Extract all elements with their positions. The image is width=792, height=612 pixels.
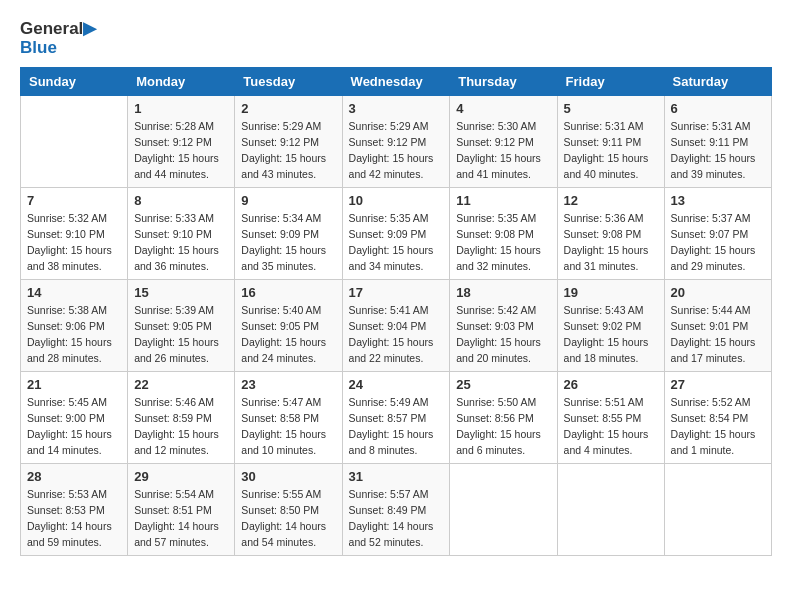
day-number: 22 — [134, 377, 228, 392]
calendar-week-row: 1Sunrise: 5:28 AMSunset: 9:12 PMDaylight… — [21, 96, 772, 188]
day-info: Sunrise: 5:41 AMSunset: 9:04 PMDaylight:… — [349, 303, 444, 366]
day-info: Sunrise: 5:29 AMSunset: 9:12 PMDaylight:… — [349, 119, 444, 182]
day-number: 12 — [564, 193, 658, 208]
calendar-cell: 9Sunrise: 5:34 AMSunset: 9:09 PMDaylight… — [235, 188, 342, 280]
day-number: 1 — [134, 101, 228, 116]
day-info: Sunrise: 5:38 AMSunset: 9:06 PMDaylight:… — [27, 303, 121, 366]
day-number: 26 — [564, 377, 658, 392]
header-friday: Friday — [557, 68, 664, 96]
logo-general-text: General▶ — [20, 20, 96, 39]
day-info: Sunrise: 5:39 AMSunset: 9:05 PMDaylight:… — [134, 303, 228, 366]
day-info: Sunrise: 5:57 AMSunset: 8:49 PMDaylight:… — [349, 487, 444, 550]
day-info: Sunrise: 5:53 AMSunset: 8:53 PMDaylight:… — [27, 487, 121, 550]
day-number: 5 — [564, 101, 658, 116]
day-info: Sunrise: 5:32 AMSunset: 9:10 PMDaylight:… — [27, 211, 121, 274]
day-info: Sunrise: 5:29 AMSunset: 9:12 PMDaylight:… — [241, 119, 335, 182]
day-info: Sunrise: 5:34 AMSunset: 9:09 PMDaylight:… — [241, 211, 335, 274]
day-info: Sunrise: 5:49 AMSunset: 8:57 PMDaylight:… — [349, 395, 444, 458]
day-number: 13 — [671, 193, 765, 208]
calendar-cell: 27Sunrise: 5:52 AMSunset: 8:54 PMDayligh… — [664, 372, 771, 464]
calendar-cell: 1Sunrise: 5:28 AMSunset: 9:12 PMDaylight… — [128, 96, 235, 188]
day-number: 14 — [27, 285, 121, 300]
calendar-cell: 18Sunrise: 5:42 AMSunset: 9:03 PMDayligh… — [450, 280, 557, 372]
day-number: 4 — [456, 101, 550, 116]
calendar-cell: 15Sunrise: 5:39 AMSunset: 9:05 PMDayligh… — [128, 280, 235, 372]
calendar-cell: 17Sunrise: 5:41 AMSunset: 9:04 PMDayligh… — [342, 280, 450, 372]
calendar-week-row: 7Sunrise: 5:32 AMSunset: 9:10 PMDaylight… — [21, 188, 772, 280]
calendar-cell — [557, 464, 664, 556]
day-number: 11 — [456, 193, 550, 208]
day-info: Sunrise: 5:42 AMSunset: 9:03 PMDaylight:… — [456, 303, 550, 366]
header-tuesday: Tuesday — [235, 68, 342, 96]
logo: General▶ Blue — [20, 20, 96, 57]
day-number: 31 — [349, 469, 444, 484]
calendar-cell: 2Sunrise: 5:29 AMSunset: 9:12 PMDaylight… — [235, 96, 342, 188]
calendar-week-row: 21Sunrise: 5:45 AMSunset: 9:00 PMDayligh… — [21, 372, 772, 464]
calendar-cell: 23Sunrise: 5:47 AMSunset: 8:58 PMDayligh… — [235, 372, 342, 464]
header: General▶ Blue — [20, 20, 772, 57]
calendar-table: SundayMondayTuesdayWednesdayThursdayFrid… — [20, 67, 772, 556]
day-number: 24 — [349, 377, 444, 392]
header-sunday: Sunday — [21, 68, 128, 96]
calendar-cell: 14Sunrise: 5:38 AMSunset: 9:06 PMDayligh… — [21, 280, 128, 372]
calendar-cell: 24Sunrise: 5:49 AMSunset: 8:57 PMDayligh… — [342, 372, 450, 464]
day-info: Sunrise: 5:50 AMSunset: 8:56 PMDaylight:… — [456, 395, 550, 458]
day-info: Sunrise: 5:36 AMSunset: 9:08 PMDaylight:… — [564, 211, 658, 274]
calendar-cell: 12Sunrise: 5:36 AMSunset: 9:08 PMDayligh… — [557, 188, 664, 280]
day-info: Sunrise: 5:44 AMSunset: 9:01 PMDaylight:… — [671, 303, 765, 366]
calendar-cell: 10Sunrise: 5:35 AMSunset: 9:09 PMDayligh… — [342, 188, 450, 280]
day-number: 17 — [349, 285, 444, 300]
calendar-cell — [450, 464, 557, 556]
day-number: 27 — [671, 377, 765, 392]
calendar-cell: 16Sunrise: 5:40 AMSunset: 9:05 PMDayligh… — [235, 280, 342, 372]
day-info: Sunrise: 5:43 AMSunset: 9:02 PMDaylight:… — [564, 303, 658, 366]
calendar-cell — [21, 96, 128, 188]
day-number: 23 — [241, 377, 335, 392]
day-number: 28 — [27, 469, 121, 484]
day-info: Sunrise: 5:37 AMSunset: 9:07 PMDaylight:… — [671, 211, 765, 274]
calendar-cell: 29Sunrise: 5:54 AMSunset: 8:51 PMDayligh… — [128, 464, 235, 556]
calendar-week-row: 14Sunrise: 5:38 AMSunset: 9:06 PMDayligh… — [21, 280, 772, 372]
day-number: 16 — [241, 285, 335, 300]
calendar-cell: 28Sunrise: 5:53 AMSunset: 8:53 PMDayligh… — [21, 464, 128, 556]
day-number: 10 — [349, 193, 444, 208]
day-info: Sunrise: 5:35 AMSunset: 9:08 PMDaylight:… — [456, 211, 550, 274]
day-info: Sunrise: 5:33 AMSunset: 9:10 PMDaylight:… — [134, 211, 228, 274]
day-info: Sunrise: 5:35 AMSunset: 9:09 PMDaylight:… — [349, 211, 444, 274]
day-number: 20 — [671, 285, 765, 300]
calendar-cell: 26Sunrise: 5:51 AMSunset: 8:55 PMDayligh… — [557, 372, 664, 464]
calendar-cell: 30Sunrise: 5:55 AMSunset: 8:50 PMDayligh… — [235, 464, 342, 556]
day-number: 9 — [241, 193, 335, 208]
day-number: 25 — [456, 377, 550, 392]
day-number: 6 — [671, 101, 765, 116]
day-number: 8 — [134, 193, 228, 208]
calendar-cell: 4Sunrise: 5:30 AMSunset: 9:12 PMDaylight… — [450, 96, 557, 188]
calendar-cell: 25Sunrise: 5:50 AMSunset: 8:56 PMDayligh… — [450, 372, 557, 464]
calendar-cell: 8Sunrise: 5:33 AMSunset: 9:10 PMDaylight… — [128, 188, 235, 280]
day-number: 30 — [241, 469, 335, 484]
day-info: Sunrise: 5:31 AMSunset: 9:11 PMDaylight:… — [564, 119, 658, 182]
calendar-cell: 31Sunrise: 5:57 AMSunset: 8:49 PMDayligh… — [342, 464, 450, 556]
day-info: Sunrise: 5:30 AMSunset: 9:12 PMDaylight:… — [456, 119, 550, 182]
day-info: Sunrise: 5:54 AMSunset: 8:51 PMDaylight:… — [134, 487, 228, 550]
day-info: Sunrise: 5:40 AMSunset: 9:05 PMDaylight:… — [241, 303, 335, 366]
day-info: Sunrise: 5:55 AMSunset: 8:50 PMDaylight:… — [241, 487, 335, 550]
day-info: Sunrise: 5:28 AMSunset: 9:12 PMDaylight:… — [134, 119, 228, 182]
day-info: Sunrise: 5:45 AMSunset: 9:00 PMDaylight:… — [27, 395, 121, 458]
day-info: Sunrise: 5:47 AMSunset: 8:58 PMDaylight:… — [241, 395, 335, 458]
day-number: 7 — [27, 193, 121, 208]
header-thursday: Thursday — [450, 68, 557, 96]
calendar-cell: 20Sunrise: 5:44 AMSunset: 9:01 PMDayligh… — [664, 280, 771, 372]
calendar-cell: 19Sunrise: 5:43 AMSunset: 9:02 PMDayligh… — [557, 280, 664, 372]
calendar-cell: 22Sunrise: 5:46 AMSunset: 8:59 PMDayligh… — [128, 372, 235, 464]
header-monday: Monday — [128, 68, 235, 96]
day-number: 21 — [27, 377, 121, 392]
logo-blue-text: Blue — [20, 39, 96, 58]
calendar-header-row: SundayMondayTuesdayWednesdayThursdayFrid… — [21, 68, 772, 96]
day-info: Sunrise: 5:51 AMSunset: 8:55 PMDaylight:… — [564, 395, 658, 458]
day-number: 15 — [134, 285, 228, 300]
calendar-cell: 13Sunrise: 5:37 AMSunset: 9:07 PMDayligh… — [664, 188, 771, 280]
calendar-cell: 21Sunrise: 5:45 AMSunset: 9:00 PMDayligh… — [21, 372, 128, 464]
day-number: 3 — [349, 101, 444, 116]
header-wednesday: Wednesday — [342, 68, 450, 96]
